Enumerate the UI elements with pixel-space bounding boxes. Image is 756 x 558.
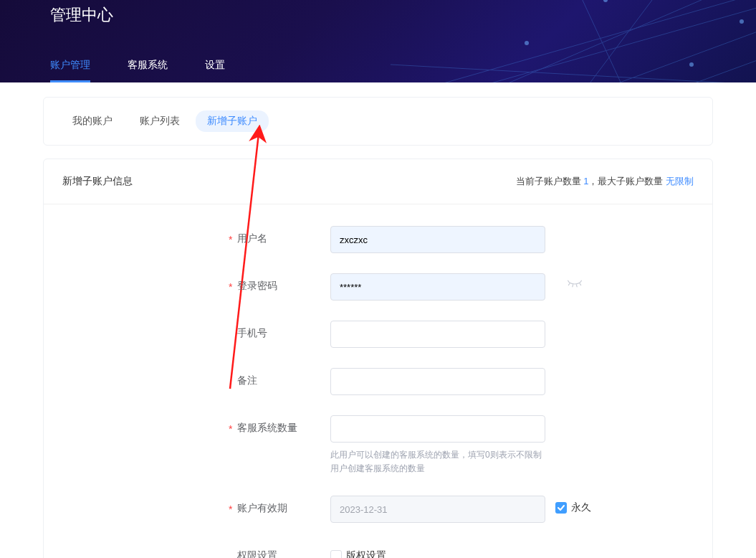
svg-line-4 (491, 50, 756, 82)
page-title: 管理中心 (50, 4, 113, 26)
stats-prefix: 当前子账户数量 (516, 176, 584, 186)
subtab-account-list[interactable]: 账户列表 (128, 110, 191, 132)
expire-date-input[interactable] (330, 496, 545, 523)
label-kf-count: 客服系统数量 (237, 415, 330, 435)
subtab-card: 我的账户 账户列表 新增子账户 (43, 97, 713, 146)
primary-nav: 账户管理 客服系统 设置 (50, 52, 262, 82)
svg-line-7 (534, 0, 684, 82)
label-permissions: 权限设置 (237, 543, 330, 558)
banner-decoration (383, 0, 756, 82)
header-banner: 管理中心 账户管理 客服系统 设置 (0, 0, 756, 82)
subaccount-stats: 当前子账户数量 1，最大子账户数量 无限制 (516, 175, 694, 188)
subtab-add-subaccount[interactable]: 新增子账户 (196, 110, 269, 132)
svg-line-17 (576, 285, 577, 287)
svg-line-2 (426, 0, 756, 82)
label-username: 用户名 (237, 226, 330, 245)
forever-label: 永久 (571, 501, 591, 514)
nav-tab-settings[interactable]: 设置 (205, 52, 225, 82)
nav-tab-customer-service[interactable]: 客服系统 (128, 52, 168, 82)
svg-point-9 (603, 0, 608, 2)
svg-line-1 (405, 0, 756, 82)
password-input[interactable] (330, 273, 545, 301)
svg-line-0 (383, 0, 756, 82)
form-card: 新增子账户信息 当前子账户数量 1，最大子账户数量 无限制 用户名 登录密码 (43, 159, 713, 558)
toggle-password-visibility-icon[interactable] (567, 273, 584, 291)
forever-checkbox[interactable] (555, 502, 567, 514)
label-phone: 手机号 (237, 321, 330, 340)
svg-line-18 (580, 283, 581, 285)
copyright-checkbox[interactable] (330, 550, 342, 558)
label-expire: 账户有效期 (237, 496, 330, 515)
svg-line-6 (563, 0, 656, 82)
nav-tab-account-management[interactable]: 账户管理 (50, 52, 90, 82)
svg-line-15 (568, 283, 570, 285)
svg-point-13 (740, 19, 744, 24)
kf-count-help-2: 用户创建客服系统的数量 (330, 462, 545, 476)
username-input[interactable] (330, 226, 545, 253)
form-card-title: 新增子账户信息 (62, 175, 133, 188)
label-remark: 备注 (237, 368, 330, 387)
subtab-my-account[interactable]: 我的账户 (61, 110, 124, 132)
phone-input[interactable] (330, 321, 545, 348)
svg-point-8 (525, 41, 529, 45)
svg-line-16 (573, 285, 573, 287)
kf-count-input[interactable] (330, 415, 545, 443)
kf-count-help-1: 此用户可以创建的客服系统的数量，填写0则表示不限制 (330, 448, 545, 462)
svg-line-3 (455, 22, 756, 82)
stats-mid: ，最大子账户数量 (588, 176, 666, 186)
svg-line-5 (391, 65, 756, 82)
svg-point-10 (689, 62, 694, 67)
copyright-label: 版权设置 (346, 549, 386, 558)
stats-max: 无限制 (666, 176, 694, 186)
label-password: 登录密码 (237, 273, 330, 293)
remark-input[interactable] (330, 368, 545, 395)
